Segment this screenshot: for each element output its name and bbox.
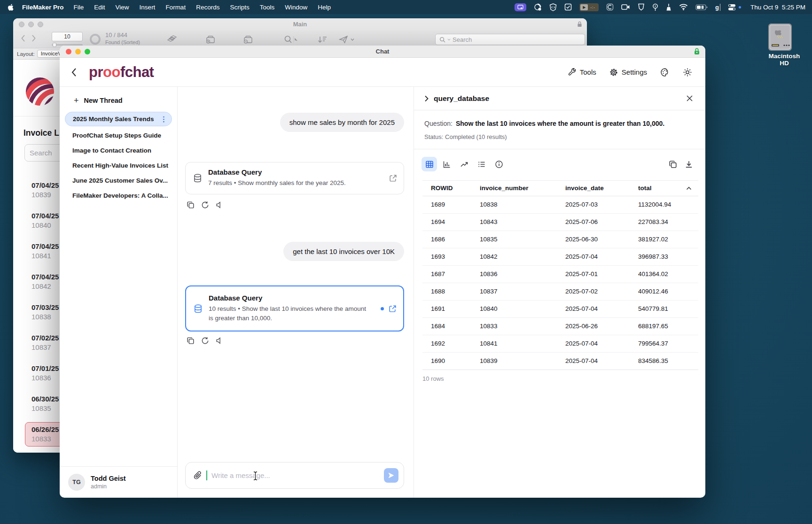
table-cell: 10835 — [480, 231, 565, 248]
menu-view[interactable]: View — [110, 4, 134, 11]
camera-c-icon[interactable] — [606, 3, 614, 11]
table-row[interactable]: 1687108362025-07-01401364.02 — [422, 265, 698, 283]
info-button[interactable] — [491, 157, 507, 171]
menu-insert[interactable]: Insert — [134, 4, 161, 11]
filemaker-titlebar[interactable]: Main — [13, 18, 587, 31]
quick-find-box[interactable] — [435, 34, 585, 45]
show-all-button[interactable] — [167, 35, 177, 44]
regenerate-icon[interactable] — [201, 337, 209, 345]
bar-chart-view-button[interactable] — [439, 157, 454, 171]
menu-app-name[interactable]: FileMaker Pro — [17, 4, 69, 11]
menu-tools[interactable]: Tools — [255, 4, 280, 11]
open-result-icon[interactable] — [389, 305, 397, 313]
mouse-ibeam-cursor — [253, 471, 258, 481]
dev-shield-icon[interactable] — [549, 3, 557, 11]
chat-titlebar[interactable]: Chat — [60, 46, 705, 58]
table-row[interactable]: 1694108432025-07-06227083.34 — [422, 213, 698, 231]
table-view-button[interactable] — [422, 157, 437, 171]
attachment-icon[interactable] — [193, 471, 202, 480]
menubar-clock[interactable]: Thu Oct 9 5:25 PM — [750, 4, 805, 11]
delete-record-button[interactable] — [242, 35, 254, 44]
wifi-icon[interactable] — [679, 4, 688, 10]
column-header-ROWID[interactable]: ROWID — [422, 181, 480, 196]
screen-mirroring-icon[interactable] — [534, 3, 542, 11]
database-query-card[interactable]: Database Query 7 results • Show monthly … — [185, 162, 404, 194]
find-button[interactable] — [283, 35, 297, 44]
table-row[interactable]: 1691108402025-07-04540779.81 — [422, 300, 698, 317]
quick-find-input[interactable] — [453, 36, 581, 43]
table-cell: 2025-07-04 — [565, 300, 638, 317]
table-row[interactable]: 1692108412025-07-04799564.37 — [422, 335, 698, 352]
macintosh-hd-shortcut[interactable]: Macintosh HD — [765, 23, 803, 67]
sort-ascending-icon[interactable] — [686, 186, 692, 190]
found-set-pie-icon[interactable] — [90, 34, 101, 45]
table-cell: 10836 — [480, 265, 565, 283]
menu-help[interactable]: Help — [312, 4, 336, 11]
light-mode-sun-icon[interactable] — [683, 68, 692, 77]
table-row[interactable]: 1690108392025-07-04834586.35 — [422, 352, 698, 370]
thread-item[interactable]: FileMaker Developers: A Colla... — [60, 188, 177, 203]
control-toggles-icon[interactable] — [728, 4, 736, 11]
thread-item[interactable]: Image to Contact Creation — [60, 143, 177, 158]
thread-item[interactable]: 2025 Monthly Sales Trends⋮ — [65, 112, 172, 126]
message-composer[interactable] — [185, 462, 404, 489]
copy-icon[interactable] — [187, 201, 195, 209]
message-input[interactable] — [211, 471, 380, 479]
previous-record-button[interactable] — [21, 34, 25, 42]
table-row[interactable]: 1689108382025-07-031132004.94 — [422, 196, 698, 213]
open-result-icon[interactable] — [389, 174, 397, 182]
close-panel-icon[interactable] — [686, 95, 693, 102]
thread-menu-kebab-icon[interactable]: ⋮ — [160, 115, 167, 123]
record-number-field[interactable]: 10 — [52, 32, 83, 41]
found-count: 10 / 844 — [105, 31, 127, 39]
next-record-button[interactable] — [31, 34, 36, 42]
current-user[interactable]: TG Todd Geist admin — [60, 466, 177, 498]
table-row[interactable]: 1688108372025-07-02409012.46 — [422, 283, 698, 300]
tools-button[interactable]: Tools — [568, 68, 596, 76]
expand-chevron-icon[interactable] — [424, 95, 429, 102]
column-header-invoice_date[interactable]: invoice_date — [565, 181, 638, 196]
new-thread-button[interactable]: + New Thread — [60, 87, 177, 110]
now-playing-icon[interactable]: ▶-:- — [579, 3, 599, 11]
table-row[interactable]: 1684108332025-06-26688197.65 — [422, 317, 698, 335]
thread-item[interactable]: June 2025 Customer Sales Ov... — [60, 173, 177, 188]
menu-scripts[interactable]: Scripts — [225, 4, 254, 11]
menu-window[interactable]: Window — [280, 4, 312, 11]
speak-icon[interactable] — [216, 337, 223, 345]
theme-palette-icon[interactable] — [660, 68, 670, 77]
speak-icon[interactable] — [216, 201, 223, 209]
copy-icon[interactable] — [187, 337, 195, 345]
results-table[interactable]: ROWIDinvoice_numberinvoice_datetotal 168… — [422, 181, 698, 370]
sort-button[interactable] — [316, 35, 328, 44]
thread-item[interactable]: ProofChat Setup Steps Guide — [60, 128, 177, 143]
cleaner-brush-icon[interactable] — [666, 3, 671, 11]
shape-shield-icon[interactable] — [638, 3, 645, 11]
thread-item[interactable]: Recent High-Value Invoices List — [60, 158, 177, 173]
copy-results-icon[interactable] — [669, 160, 677, 169]
tasks-check-icon[interactable] — [564, 3, 572, 11]
list-view-button[interactable] — [474, 157, 489, 171]
menu-records[interactable]: Records — [191, 4, 225, 11]
new-record-button[interactable] — [205, 35, 216, 44]
settings-button[interactable]: Settings — [609, 68, 647, 77]
database-query-card-selected[interactable]: Database Query 10 results • Show the las… — [185, 285, 404, 331]
menu-edit[interactable]: Edit — [89, 4, 110, 11]
menu-file[interactable]: File — [69, 4, 89, 11]
grammarly-icon[interactable]: g — [715, 4, 720, 11]
video-camera-icon[interactable] — [621, 4, 630, 10]
line-chart-view-button[interactable] — [456, 157, 472, 171]
menu-format[interactable]: Format — [160, 4, 191, 11]
send-button[interactable] — [384, 468, 398, 483]
screen-recording-icon[interactable] — [515, 3, 526, 11]
column-header-invoice_number[interactable]: invoice_number — [480, 181, 565, 196]
location-pin-icon[interactable] — [652, 3, 658, 11]
table-row[interactable]: 1693108422025-07-04396987.33 — [422, 248, 698, 265]
apple-menu-icon[interactable] — [8, 3, 15, 11]
column-header-total[interactable]: total — [638, 181, 698, 196]
regenerate-icon[interactable] — [201, 201, 209, 209]
share-button[interactable] — [338, 35, 355, 44]
battery-icon[interactable] — [695, 4, 708, 10]
table-row[interactable]: 1686108352025-06-30381927.02 — [422, 231, 698, 248]
download-results-icon[interactable] — [685, 160, 693, 169]
back-button[interactable] — [71, 68, 77, 77]
